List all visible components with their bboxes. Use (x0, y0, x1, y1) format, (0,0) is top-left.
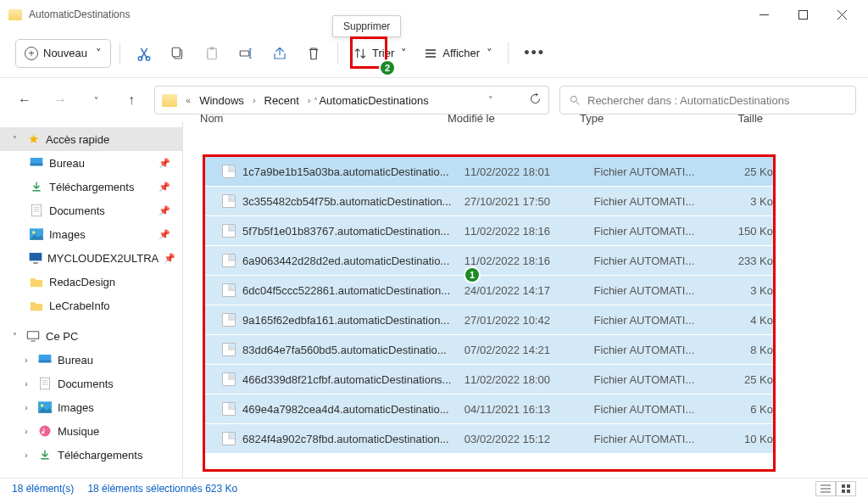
file-icon (222, 343, 236, 356)
file-icon (222, 283, 236, 297)
close-button[interactable] (822, 2, 861, 27)
file-type: Fichier AUTOMATI... (594, 314, 707, 327)
file-modified: 04/11/2021 16:13 (465, 403, 594, 416)
table-row[interactable]: 6824f4a902c78fbd.automaticDestination...… (205, 424, 773, 454)
svg-rect-10 (31, 164, 43, 166)
icons-view-button[interactable] (836, 481, 856, 496)
chevron-right-icon: › (20, 355, 32, 365)
copy-button[interactable] (163, 46, 193, 61)
column-type[interactable]: Type (580, 112, 695, 125)
svg-point-21 (40, 426, 51, 437)
recent-locations-button[interactable]: ˅ (83, 87, 108, 113)
file-name: 3c355482cb54f75b.automaticDestination... (242, 195, 451, 208)
chevron-right-icon: › (20, 450, 32, 460)
rename-button[interactable] (231, 46, 261, 61)
column-modified[interactable]: Modifié le (448, 112, 580, 125)
file-name: 6dc04f5ccc522861.automaticDestination... (242, 284, 450, 297)
svg-point-20 (41, 404, 43, 406)
new-button[interactable]: + Nouveau ˅ (15, 39, 111, 68)
download-icon (29, 180, 44, 193)
chevron-down-icon[interactable]: ˅ (488, 95, 493, 106)
svg-point-13 (32, 231, 35, 233)
forward-button[interactable]: → (47, 87, 73, 113)
doc-icon (29, 204, 44, 217)
file-name: 9a165f62edbfa161.automaticDestination... (242, 314, 449, 327)
table-row[interactable]: 9a165f62edbfa161.automaticDestination...… (205, 305, 773, 335)
table-row[interactable]: 1c7a9be1b15a03ba.automaticDestinatio...1… (205, 157, 773, 187)
sidebar-item[interactable]: ›Bureau (0, 348, 182, 372)
svg-point-2 (146, 56, 150, 60)
file-modified: 07/02/2022 14:21 (465, 344, 594, 356)
svg-rect-11 (31, 204, 41, 216)
delete-button[interactable] (298, 46, 329, 61)
file-name: 1c7a9be1b15a03ba.automaticDestinatio... (242, 165, 449, 178)
svg-rect-6 (210, 47, 214, 49)
svg-rect-17 (39, 361, 52, 363)
pin-icon: 📌 (159, 229, 170, 240)
file-icon (222, 194, 236, 208)
file-icon (222, 224, 236, 238)
file-icon (222, 372, 236, 386)
sidebar-item[interactable]: Documents📌 (0, 199, 182, 222)
view-button[interactable]: Afficher ˅ (417, 39, 499, 68)
file-size: 3 Ko (707, 284, 773, 297)
file-icon (222, 313, 236, 327)
status-selected: 18 éléments sélectionnés 623 Ko (87, 483, 237, 495)
file-type: Fichier AUTOMATI... (594, 284, 707, 297)
table-row[interactable]: 83dd64e7fa560bd5.automaticDestinatio...0… (205, 335, 773, 365)
file-type: Fichier AUTOMATI... (594, 225, 707, 238)
sidebar-item[interactable]: Images📌 (0, 222, 182, 246)
table-row[interactable]: 6dc04f5ccc522861.automaticDestination...… (205, 276, 773, 305)
sidebar-item[interactable]: RedacDesign (0, 270, 182, 294)
sidebar-item[interactable]: ›Téléchargements (0, 443, 182, 467)
sidebar: ˅ ★ Accès rapide Bureau📌Téléchargements📌… (0, 122, 183, 487)
table-row[interactable]: 6a9063442d28d2ed.automaticDestinatio...1… (205, 246, 773, 276)
paste-button[interactable] (197, 46, 227, 61)
file-name: 466d339d8f21cfbf.automaticDestinations..… (242, 373, 451, 386)
sort-label: Trier (372, 47, 394, 59)
table-row[interactable]: 469e4a7982cea4d4.automaticDestinatio...0… (205, 394, 773, 424)
sidebar-item[interactable]: Bureau📌 (0, 151, 182, 175)
sidebar-quick-access[interactable]: ˅ ★ Accès rapide (0, 127, 182, 151)
table-row[interactable]: 3c355482cb54f75b.automaticDestination...… (205, 187, 773, 216)
sidebar-item[interactable]: ›Documents (0, 372, 182, 395)
file-icon (222, 402, 236, 416)
sidebar-item[interactable]: ›Images (0, 395, 182, 419)
back-button[interactable]: ← (12, 87, 37, 113)
cut-button[interactable] (129, 46, 159, 61)
sidebar-item[interactable]: LeCrabeInfo (0, 294, 182, 317)
column-name[interactable]: Nom (200, 112, 448, 125)
sidebar-item[interactable]: MYCLOUDEX2ULTRA📌 (0, 246, 182, 270)
plus-icon: + (25, 47, 38, 60)
chevron-right-icon: › (20, 403, 32, 412)
svg-point-1 (138, 56, 142, 60)
new-label: Nouveau (43, 47, 87, 59)
separator (120, 42, 120, 64)
up-button[interactable]: ↑ (119, 87, 144, 113)
file-type: Fichier AUTOMATI... (594, 433, 707, 445)
details-view-button[interactable] (815, 481, 836, 496)
file-size: 25 Ko (707, 373, 773, 386)
sidebar-this-pc[interactable]: ˅ Ce PC (0, 324, 182, 348)
file-modified: 11/02/2022 18:01 (465, 165, 594, 178)
table-row[interactable]: 5f7b5f1e01b83767.automaticDestination...… (205, 216, 773, 246)
search-icon (569, 94, 581, 106)
table-row[interactable]: 466d339d8f21cfbf.automaticDestinations..… (205, 365, 773, 394)
file-type: Fichier AUTOMATI... (594, 165, 707, 178)
sidebar-item[interactable]: ›Musique (0, 419, 182, 443)
desktop-icon (29, 156, 44, 170)
file-size: 10 Ko (707, 433, 773, 445)
file-name: 6a9063442d28d2ed.automaticDestinatio... (242, 255, 449, 267)
more-button[interactable]: ••• (517, 39, 552, 68)
sidebar-item[interactable]: Téléchargements📌 (0, 175, 182, 199)
minimize-button[interactable] (744, 2, 783, 27)
column-size[interactable]: Taille (695, 112, 763, 125)
file-type: Fichier AUTOMATI... (594, 344, 707, 356)
pin-icon: 📌 (159, 158, 170, 169)
maximize-button[interactable] (783, 2, 822, 27)
share-button[interactable] (264, 46, 295, 61)
statusbar: 18 élément(s) 18 éléments sélectionnés 6… (0, 478, 868, 498)
svg-point-8 (570, 96, 576, 102)
separator (508, 42, 509, 64)
callout-badge-1: 1 (464, 266, 481, 283)
